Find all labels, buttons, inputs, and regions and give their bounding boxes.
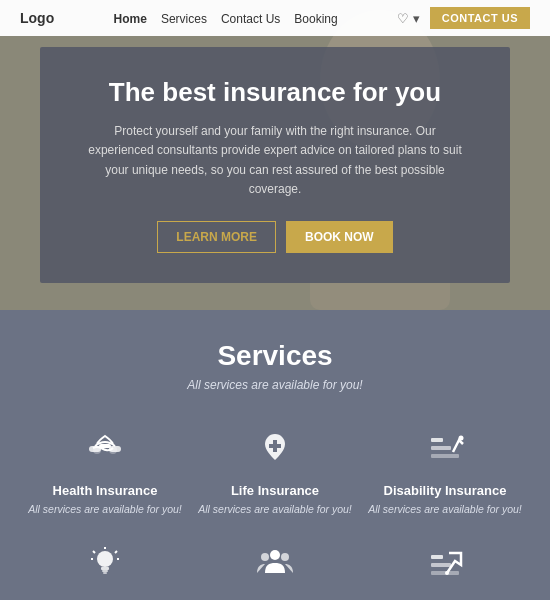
- svg-line-19: [93, 551, 95, 553]
- svg-rect-17: [103, 572, 107, 574]
- disability-insurance-desc: All services are available for you!: [368, 503, 522, 515]
- life-icon: [198, 426, 352, 473]
- investment-icon: [198, 543, 352, 590]
- health-icon: [28, 426, 182, 473]
- svg-point-14: [97, 551, 113, 567]
- svg-rect-15: [101, 567, 109, 570]
- svg-rect-6: [109, 446, 121, 452]
- nav-home[interactable]: Home: [114, 12, 147, 26]
- svg-rect-10: [431, 454, 459, 458]
- svg-rect-7: [99, 444, 111, 448]
- svg-point-25: [281, 553, 289, 561]
- svg-rect-5: [89, 446, 101, 452]
- retirement-icon: [368, 543, 522, 590]
- health-insurance-desc: All services are available for you!: [28, 503, 182, 515]
- longterm-icon: [28, 543, 182, 590]
- service-longterm: Long-Term Care Insurance All services ar…: [20, 533, 190, 600]
- svg-point-23: [270, 550, 280, 560]
- hero-card: The best insurance for you Protect yours…: [40, 47, 510, 283]
- disability-icon: [368, 426, 522, 473]
- service-disability: Disability Insurance All services are av…: [360, 416, 530, 523]
- life-insurance-name: Life Insurance: [198, 483, 352, 498]
- svg-point-13: [459, 436, 464, 441]
- service-life: Life Insurance All services are availabl…: [190, 416, 360, 523]
- hero-buttons: LEARN MORE BOOK NOW: [80, 221, 470, 253]
- svg-point-24: [261, 553, 269, 561]
- book-now-button[interactable]: BOOK NOW: [286, 221, 393, 253]
- svg-rect-28: [431, 555, 443, 559]
- services-title: Services: [20, 340, 530, 372]
- nav-right: ♡ ▾ CONTACT US: [397, 7, 530, 29]
- svg-rect-16: [102, 570, 108, 572]
- nav-services[interactable]: Services: [161, 12, 207, 26]
- life-insurance-desc: All services are available for you!: [198, 503, 352, 515]
- disability-insurance-name: Disability Insurance: [368, 483, 522, 498]
- svg-rect-27: [431, 563, 451, 567]
- nav-links: Home Services Contact Us Booking: [114, 9, 338, 27]
- service-health: Health Insurance All services are availa…: [20, 416, 190, 523]
- logo: Logo: [20, 10, 54, 26]
- hero-section: The best insurance for you Protect yours…: [0, 0, 550, 310]
- nav-contact[interactable]: Contact Us: [221, 12, 280, 26]
- svg-rect-12: [431, 438, 443, 442]
- heart-icon[interactable]: ♡ ▾: [397, 11, 420, 26]
- hero-description: Protect yourself and your family with th…: [80, 122, 470, 199]
- svg-rect-9: [269, 444, 281, 448]
- contact-us-button[interactable]: CONTACT US: [430, 7, 530, 29]
- hero-title: The best insurance for you: [80, 77, 470, 108]
- health-insurance-name: Health Insurance: [28, 483, 182, 498]
- svg-point-29: [445, 571, 449, 575]
- navbar: Logo Home Services Contact Us Booking ♡ …: [0, 0, 550, 36]
- nav-booking[interactable]: Booking: [294, 12, 337, 26]
- service-investment: Investment Planning All services are ava…: [190, 533, 360, 600]
- svg-line-20: [115, 551, 117, 553]
- services-section: Services All services are available for …: [0, 310, 550, 600]
- service-retirement: Retirement Planning All services are ava…: [360, 533, 530, 600]
- services-grid: Health Insurance All services are availa…: [20, 416, 530, 600]
- learn-more-button[interactable]: LEARN MORE: [157, 221, 276, 253]
- svg-rect-11: [431, 446, 451, 450]
- services-subtitle: All services are available for you!: [20, 378, 530, 392]
